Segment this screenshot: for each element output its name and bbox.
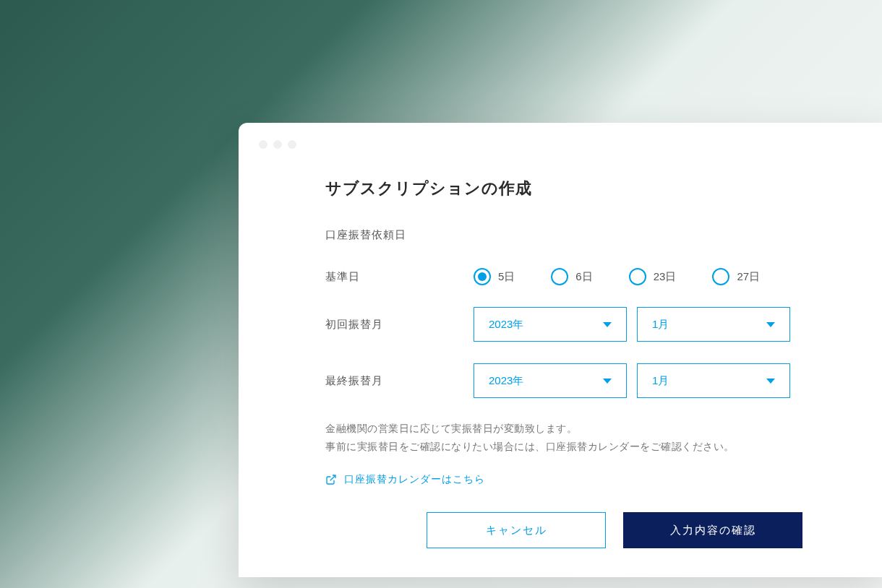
first-month-row: 初回振替月 2023年 1月 — [325, 307, 802, 342]
chevron-down-icon — [603, 379, 612, 384]
dialog-window: サブスクリプションの作成 口座振替依頼日 基準日 5日 6日 23日 — [239, 123, 882, 577]
radio-option-5[interactable]: 5日 — [474, 268, 515, 285]
radio-label: 6日 — [575, 270, 592, 284]
first-month-select[interactable]: 1月 — [637, 307, 790, 342]
calendar-link-text: 口座振替カレンダーはこちら — [344, 473, 485, 486]
radio-icon — [551, 268, 568, 285]
last-year-select[interactable]: 2023年 — [474, 363, 627, 398]
select-value: 2023年 — [489, 374, 523, 388]
note-text: 金融機関の営業日に応じて実振替日が変動致します。 事前に実振替日をご確認になりた… — [325, 420, 802, 456]
select-value: 1月 — [652, 374, 669, 388]
radio-icon — [474, 268, 491, 285]
external-link-icon — [325, 474, 337, 485]
svg-line-0 — [330, 475, 335, 480]
first-year-select[interactable]: 2023年 — [474, 307, 627, 342]
radio-label: 27日 — [737, 270, 760, 284]
last-month-selects: 2023年 1月 — [474, 363, 790, 398]
window-controls — [239, 140, 882, 149]
section-subtitle: 口座振替依頼日 — [325, 228, 802, 242]
dialog-content: サブスクリプションの作成 口座振替依頼日 基準日 5日 6日 23日 — [239, 178, 882, 577]
calendar-link[interactable]: 口座振替カレンダーはこちら — [325, 473, 485, 486]
last-month-row: 最終振替月 2023年 1月 — [325, 363, 802, 398]
radio-icon — [712, 268, 729, 285]
first-month-selects: 2023年 1月 — [474, 307, 790, 342]
radio-label: 5日 — [498, 270, 515, 284]
base-date-radio-group: 5日 6日 23日 27日 — [474, 268, 760, 285]
radio-label: 23日 — [654, 270, 677, 284]
chevron-down-icon — [766, 322, 775, 327]
cancel-button[interactable]: キャンセル — [427, 512, 606, 548]
confirm-button[interactable]: 入力内容の確認 — [623, 512, 802, 548]
radio-option-6[interactable]: 6日 — [551, 268, 592, 285]
button-row: キャンセル 入力内容の確認 — [325, 512, 802, 548]
last-month-label: 最終振替月 — [325, 374, 474, 388]
select-value: 2023年 — [489, 318, 523, 332]
last-month-select[interactable]: 1月 — [637, 363, 790, 398]
note-line1: 金融機関の営業日に応じて実振替日が変動致します。 — [325, 423, 577, 434]
base-date-label: 基準日 — [325, 270, 474, 284]
radio-option-27[interactable]: 27日 — [712, 268, 760, 285]
radio-icon — [629, 268, 646, 285]
select-value: 1月 — [652, 318, 669, 332]
note-line2: 事前に実振替日をご確認になりたい場合には、口座振替カレンダーをご確認ください。 — [325, 441, 735, 452]
page-title: サブスクリプションの作成 — [325, 178, 802, 199]
first-month-label: 初回振替月 — [325, 318, 474, 332]
base-date-row: 基準日 5日 6日 23日 27日 — [325, 268, 802, 285]
chevron-down-icon — [766, 379, 775, 384]
chevron-down-icon — [603, 322, 612, 327]
radio-option-23[interactable]: 23日 — [629, 268, 677, 285]
